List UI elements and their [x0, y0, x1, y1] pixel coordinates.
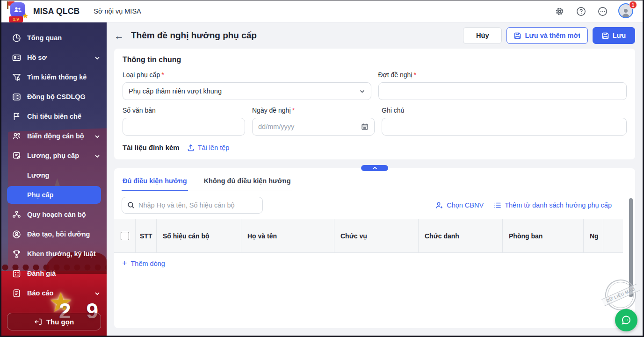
staff-search-input[interactable]: [138, 201, 257, 209]
cancel-label: Hủy: [476, 32, 489, 39]
staff-search-box[interactable]: [122, 197, 263, 214]
sidebar-item-label: Biến động cán bộ: [27, 132, 84, 140]
select-staff-link[interactable]: Chọn CBNV: [435, 201, 484, 209]
checklist-icon: [12, 269, 21, 278]
eligibility-tabs: Đủ điều kiện hưởng Không đủ điều kiện hư…: [122, 171, 292, 191]
app-name: MISA QLCB: [33, 7, 80, 16]
add-row-link[interactable]: + Thêm dòng: [114, 253, 173, 274]
required-mark: *: [292, 107, 295, 114]
column-header-clipped[interactable]: Ng: [584, 219, 603, 252]
sidebar-item-label: Tìm kiếm thống kê: [27, 73, 87, 81]
back-arrow-icon[interactable]: ←: [114, 31, 124, 41]
tab-du-dieu-kien[interactable]: Đủ điều kiện hưởng: [122, 171, 188, 191]
sidebar-item-label: Hồ sơ: [27, 54, 47, 61]
sidebar-item-danh-gia[interactable]: Đánh giá: [1, 264, 107, 283]
required-mark: *: [161, 71, 164, 79]
person-plus-icon: [435, 201, 443, 209]
field-label-so-van-ban: Số văn bản: [123, 107, 245, 114]
chevron-down-icon: [94, 290, 100, 296]
save-button[interactable]: Lưu: [593, 27, 635, 44]
chat-support-button[interactable]: [615, 309, 637, 331]
page-title: Thêm đề nghị hưởng phụ cấp: [131, 30, 456, 41]
save-and-new-button[interactable]: Lưu và thêm mới: [507, 27, 587, 44]
notification-badge: 1: [629, 1, 637, 9]
report-icon: [12, 288, 21, 298]
person-circle-icon: [12, 229, 21, 239]
column-header-chuc-danh[interactable]: Chức danh: [419, 219, 503, 252]
column-header-filler: [603, 219, 623, 252]
proposal-batch-input[interactable]: [384, 87, 621, 95]
table-toolbar: Chọn CBNV Thêm từ danh sách hưởng phụ cấ…: [114, 191, 635, 219]
sidebar-subitem-label: Phụ cấp: [27, 191, 53, 199]
more-options-icon[interactable]: [597, 6, 608, 17]
sidebar-subitem-phu-cap[interactable]: Phụ cấp: [7, 186, 101, 204]
sidebar-item-ho-so[interactable]: Hồ sơ: [1, 48, 107, 67]
cancel-button[interactable]: Hủy: [463, 27, 502, 44]
chevron-down-icon: [94, 55, 100, 60]
sidebar-item-label: Đồng bộ CSDLQG: [27, 93, 86, 100]
sidebar-item-chi-tieu-bien-che[interactable]: Chỉ tiêu biên chế: [1, 107, 107, 126]
save-and-new-label: Lưu và thêm mới: [525, 32, 580, 39]
chevron-down-icon: [94, 133, 100, 139]
sidebar-item-tim-kiem-thong-ke[interactable]: Tìm kiếm thống kê: [1, 67, 107, 87]
note-input[interactable]: [388, 123, 621, 130]
chevron-down-icon: [359, 88, 365, 94]
star-icon: ★: [22, 12, 29, 19]
app-logo[interactable]: ★ 2.9: [7, 1, 28, 21]
collapse-section-handle[interactable]: [361, 165, 388, 171]
column-header-so-hieu[interactable]: Số hiệu cán bộ: [157, 219, 241, 252]
document-number-input[interactable]: [129, 123, 239, 130]
tab-khong-du-dieu-kien[interactable]: Không đủ điều kiện hưởng: [203, 171, 292, 191]
sidebar-subitem-luong[interactable]: Lương: [1, 165, 107, 185]
sidebar-item-label: Tổng quan: [27, 34, 62, 42]
sidebar-item-dao-tao-boi-duong[interactable]: Đào tạo, bồi dưỡng: [1, 224, 107, 244]
sidebar: Tổng quan Hồ sơ Tìm kiếm thống kê Đồng b…: [1, 22, 107, 336]
column-header-chuc-vu[interactable]: Chức vụ: [334, 219, 419, 252]
organization-name[interactable]: Sở nội vụ MISA: [94, 7, 141, 15]
people-icon: [12, 131, 21, 141]
add-from-list-link[interactable]: Thêm từ danh sách hưởng phụ cấp: [494, 201, 612, 209]
sidebar-item-label: Quy hoạch cán bộ: [27, 211, 86, 218]
sidebar-item-khen-thuong-ky-luat[interactable]: Khen thưởng, kỷ luật: [1, 244, 107, 264]
flag-icon: [7, 1, 8, 9]
topbar: ★ 2.9 MISA QLCB Sở nội vụ MISA 1: [1, 0, 643, 22]
column-header-phong-ban[interactable]: Phòng ban: [503, 219, 584, 252]
user-avatar[interactable]: 1: [618, 3, 634, 19]
chevron-up-icon: [372, 166, 377, 170]
chat-bubble-icon: [620, 314, 632, 326]
pie-chart-icon: [12, 33, 21, 43]
staff-table-header: STT Số hiệu cán bộ Họ và tên Chức vụ Chứ…: [114, 219, 623, 253]
settings-gear-icon[interactable]: [554, 6, 565, 17]
allowance-type-select[interactable]: Phụ cấp thâm niên vượt khung: [123, 82, 371, 100]
field-label-loai-phu-cap: Loại phụ cấp*: [123, 71, 371, 79]
sidebar-item-tong-quan[interactable]: Tổng quan: [1, 28, 107, 48]
proposal-date-input[interactable]: [258, 123, 361, 130]
calendar-icon[interactable]: [361, 123, 369, 130]
database-sync-icon: [12, 92, 21, 101]
trophy-icon: [12, 249, 21, 258]
app-window: ★ 2.9 MISA QLCB Sở nội vụ MISA 1: [0, 0, 644, 337]
upload-icon: [187, 144, 195, 151]
page-header: ← Thêm đề nghị hưởng phụ cấp Hủy Lưu và …: [107, 22, 643, 49]
column-header-ho-ten[interactable]: Họ và tên: [241, 219, 334, 252]
sidebar-item-dong-bo-csdlqg[interactable]: Đồng bộ CSDLQG: [1, 87, 107, 107]
version-ribbon: 2.9: [9, 16, 23, 22]
proposal-date-field[interactable]: [252, 118, 375, 136]
add-row-label: Thêm dòng: [131, 260, 165, 267]
select-all-checkbox[interactable]: [121, 232, 129, 240]
required-mark: *: [414, 71, 416, 79]
add-from-list-label: Thêm từ danh sách hưởng phụ cấp: [505, 201, 612, 209]
upload-file-link[interactable]: Tải lên tệp: [187, 144, 230, 151]
sidebar-item-label: Đánh giá: [27, 270, 56, 277]
collapse-label: Thu gọn: [46, 318, 74, 326]
sidebar-item-bien-dong-can-bo[interactable]: Biến động cán bộ: [1, 126, 107, 146]
sidebar-collapse-button[interactable]: Thu gọn: [7, 313, 101, 330]
collapse-icon: [34, 318, 42, 326]
save-label: Lưu: [613, 32, 626, 39]
section-title: Thông tin chung: [123, 56, 627, 64]
help-icon[interactable]: [575, 6, 586, 17]
column-header-stt[interactable]: STT: [136, 219, 157, 252]
sidebar-item-quy-hoach-can-bo[interactable]: Quy hoạch cán bộ: [1, 205, 107, 224]
sidebar-subitem-label: Lương: [27, 172, 49, 179]
sidebar-item-luong-phu-cap[interactable]: Lương, phụ cấp: [1, 146, 107, 165]
